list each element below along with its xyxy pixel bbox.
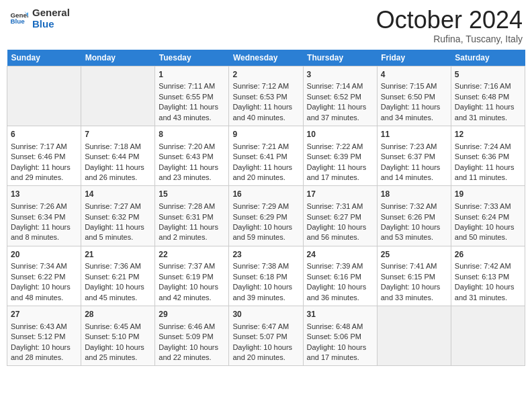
day-info: Sunrise: 7:15 AM	[381, 81, 447, 91]
calendar-cell	[81, 66, 155, 126]
calendar-cell: 24Sunrise: 7:39 AMSunset: 6:16 PMDayligh…	[303, 246, 377, 306]
day-info: Daylight: 11 hours and 34 minutes.	[381, 102, 447, 123]
calendar-cell: 5Sunrise: 7:16 AMSunset: 6:48 PMDaylight…	[451, 66, 525, 126]
day-number: 14	[85, 189, 151, 200]
day-info: Sunset: 5:12 PM	[11, 332, 77, 342]
day-number: 28	[85, 309, 151, 320]
day-number: 23	[232, 249, 299, 261]
day-info: Daylight: 11 hours and 29 minutes.	[11, 163, 77, 183]
logo-general: General	[32, 7, 70, 18]
day-number: 30	[232, 309, 299, 320]
day-info: Sunset: 6:46 PM	[11, 152, 77, 162]
logo-icon: General Blue	[9, 9, 28, 28]
day-info: Sunrise: 7:41 AM	[381, 261, 447, 271]
day-info: Sunrise: 7:22 AM	[307, 142, 373, 152]
day-info: Sunrise: 7:20 AM	[159, 142, 225, 152]
day-number: 20	[11, 249, 77, 261]
day-number: 13	[11, 189, 77, 200]
calendar-cell: 9Sunrise: 7:21 AMSunset: 6:41 PMDaylight…	[229, 126, 303, 185]
day-info: Daylight: 10 hours and 31 minutes.	[455, 282, 521, 303]
day-info: Sunset: 6:29 PM	[232, 212, 299, 222]
day-info: Daylight: 11 hours and 17 minutes.	[307, 163, 373, 183]
calendar-cell: 4Sunrise: 7:15 AMSunset: 6:50 PMDaylight…	[377, 66, 451, 126]
day-info: Sunset: 6:18 PM	[232, 272, 299, 282]
day-info: Daylight: 11 hours and 5 minutes.	[85, 222, 151, 243]
day-number: 22	[159, 249, 225, 261]
day-info: Sunrise: 7:11 AM	[159, 81, 225, 91]
day-info: Sunrise: 7:37 AM	[159, 261, 225, 271]
day-info: Daylight: 10 hours and 20 minutes.	[232, 342, 299, 363]
day-header-sunday: Sunday	[7, 50, 81, 66]
calendar-cell: 19Sunrise: 7:33 AMSunset: 6:24 PMDayligh…	[451, 186, 525, 246]
day-info: Daylight: 10 hours and 17 minutes.	[307, 342, 373, 363]
day-header-saturday: Saturday	[451, 50, 525, 66]
day-info: Sunset: 6:39 PM	[307, 152, 373, 162]
day-info: Sunrise: 7:12 AM	[232, 81, 299, 91]
day-info: Daylight: 11 hours and 2 minutes.	[159, 222, 225, 243]
week-row-3: 13Sunrise: 7:26 AMSunset: 6:34 PMDayligh…	[7, 186, 525, 246]
day-info: Sunset: 6:44 PM	[85, 152, 151, 162]
day-number: 5	[455, 69, 521, 81]
day-info: Sunset: 6:31 PM	[159, 212, 225, 222]
day-number: 18	[381, 189, 447, 200]
day-info: Daylight: 11 hours and 26 minutes.	[85, 163, 151, 183]
day-header-friday: Friday	[377, 50, 451, 66]
calendar-cell: 6Sunrise: 7:17 AMSunset: 6:46 PMDaylight…	[7, 126, 81, 185]
logo: General Blue General Blue	[9, 7, 70, 30]
day-info: Sunset: 6:48 PM	[455, 92, 521, 102]
day-info: Sunrise: 7:31 AM	[307, 201, 373, 212]
day-info: Sunrise: 6:47 AM	[232, 322, 299, 332]
day-info: Sunset: 6:19 PM	[159, 272, 225, 282]
page-header: General Blue General Blue October 2024 R…	[7, 7, 525, 44]
week-row-5: 27Sunrise: 6:43 AMSunset: 5:12 PMDayligh…	[7, 306, 525, 366]
day-info: Sunset: 6:50 PM	[381, 92, 447, 102]
calendar-cell: 27Sunrise: 6:43 AMSunset: 5:12 PMDayligh…	[7, 306, 81, 366]
day-info: Sunset: 6:32 PM	[85, 212, 151, 222]
day-info: Daylight: 10 hours and 56 minutes.	[307, 222, 373, 243]
day-info: Sunrise: 7:33 AM	[455, 201, 521, 212]
day-info: Daylight: 10 hours and 28 minutes.	[11, 342, 77, 363]
day-header-monday: Monday	[81, 50, 155, 66]
calendar-cell: 7Sunrise: 7:18 AMSunset: 6:44 PMDaylight…	[81, 126, 155, 185]
day-info: Sunset: 6:52 PM	[307, 92, 373, 102]
calendar-cell: 29Sunrise: 6:46 AMSunset: 5:09 PMDayligh…	[155, 306, 229, 366]
calendar-cell: 17Sunrise: 7:31 AMSunset: 6:27 PMDayligh…	[303, 186, 377, 246]
day-info: Sunset: 6:55 PM	[159, 92, 225, 102]
calendar-cell: 10Sunrise: 7:22 AMSunset: 6:39 PMDayligh…	[303, 126, 377, 185]
calendar-cell	[451, 306, 525, 366]
calendar-cell: 25Sunrise: 7:41 AMSunset: 6:15 PMDayligh…	[377, 246, 451, 306]
day-number: 24	[307, 249, 373, 261]
svg-text:Blue: Blue	[10, 17, 25, 25]
calendar-cell: 31Sunrise: 6:48 AMSunset: 5:06 PMDayligh…	[303, 306, 377, 366]
day-info: Daylight: 11 hours and 40 minutes.	[232, 102, 299, 123]
calendar-cell: 21Sunrise: 7:36 AMSunset: 6:21 PMDayligh…	[81, 246, 155, 306]
day-info: Sunrise: 7:39 AM	[307, 261, 373, 271]
day-info: Sunset: 5:10 PM	[85, 332, 151, 342]
calendar-cell: 28Sunrise: 6:45 AMSunset: 5:10 PMDayligh…	[81, 306, 155, 366]
day-info: Sunrise: 7:27 AM	[85, 201, 151, 212]
day-info: Daylight: 10 hours and 53 minutes.	[381, 222, 447, 243]
day-info: Sunset: 5:09 PM	[159, 332, 225, 342]
calendar-cell: 15Sunrise: 7:28 AMSunset: 6:31 PMDayligh…	[155, 186, 229, 246]
day-info: Sunrise: 7:18 AM	[85, 142, 151, 152]
day-number: 27	[11, 309, 77, 320]
day-info: Daylight: 10 hours and 45 minutes.	[85, 282, 151, 303]
calendar-cell	[7, 66, 81, 126]
day-info: Daylight: 11 hours and 23 minutes.	[159, 163, 225, 183]
day-info: Sunset: 6:26 PM	[381, 212, 447, 222]
calendar-cell: 13Sunrise: 7:26 AMSunset: 6:34 PMDayligh…	[7, 186, 81, 246]
day-number: 8	[159, 129, 225, 140]
day-info: Sunrise: 7:34 AM	[11, 261, 77, 271]
day-info: Sunset: 6:34 PM	[11, 212, 77, 222]
day-info: Sunrise: 6:45 AM	[85, 322, 151, 332]
calendar-cell: 16Sunrise: 7:29 AMSunset: 6:29 PMDayligh…	[229, 186, 303, 246]
day-info: Sunset: 6:24 PM	[455, 212, 521, 222]
day-number: 19	[455, 189, 521, 200]
calendar-cell: 8Sunrise: 7:20 AMSunset: 6:43 PMDaylight…	[155, 126, 229, 185]
day-header-wednesday: Wednesday	[229, 50, 303, 66]
calendar-cell: 11Sunrise: 7:23 AMSunset: 6:37 PMDayligh…	[377, 126, 451, 185]
day-info: Sunrise: 7:21 AM	[232, 142, 299, 152]
day-number: 4	[381, 69, 447, 81]
day-number: 16	[232, 189, 299, 200]
day-number: 31	[307, 309, 373, 320]
